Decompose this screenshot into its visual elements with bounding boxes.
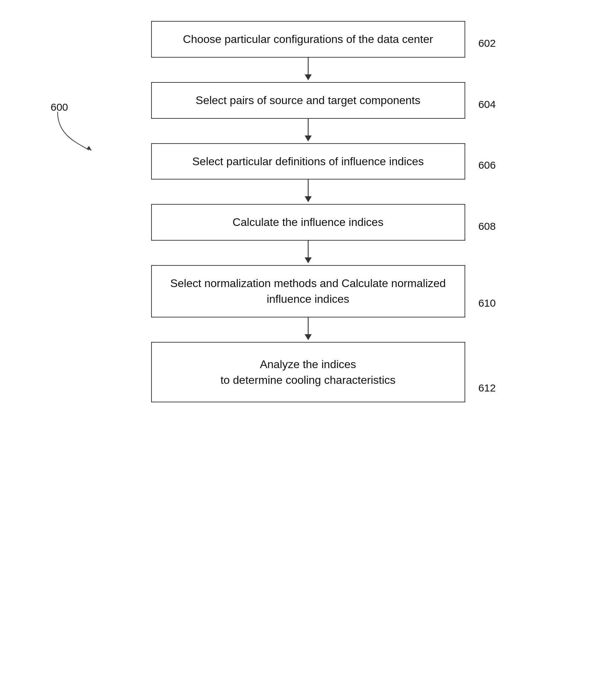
arrow-5 — [151, 317, 465, 342]
label-610: 610 — [478, 296, 496, 310]
label-606: 606 — [478, 158, 496, 173]
box-612-wrapper: Analyze the indices to determine cooling… — [151, 342, 465, 403]
label-604: 604 — [478, 97, 496, 112]
arrow-3 — [151, 180, 465, 204]
box-604-text: Select pairs of source and target compon… — [196, 94, 421, 107]
box-612: Analyze the indices to determine cooling… — [151, 342, 465, 403]
box-602-text: Choose particular configurations of the … — [183, 33, 433, 45]
box-610-wrapper: Select normalization methods and Calcula… — [151, 265, 465, 317]
svg-marker-0 — [87, 146, 92, 151]
box-606-wrapper: Select particular definitions of influen… — [151, 143, 465, 180]
box-608-wrapper: Calculate the influence indices 608 — [151, 204, 465, 241]
arrow-1 — [151, 58, 465, 82]
box-612-text: Analyze the indices to determine cooling… — [221, 358, 396, 386]
diagram-container: 600 Choose particular configurations of … — [0, 0, 616, 695]
svg-marker-4 — [305, 136, 312, 141]
box-602-wrapper: Choose particular configurations of the … — [151, 21, 465, 58]
label-612: 612 — [478, 381, 496, 395]
box-606-text: Select particular definitions of influen… — [192, 155, 424, 168]
box-606: Select particular definitions of influen… — [151, 143, 465, 180]
curved-arrow-600 — [54, 108, 96, 154]
box-608-text: Calculate the influence indices — [232, 216, 383, 228]
box-604-wrapper: Select pairs of source and target compon… — [151, 82, 465, 119]
box-610-text: Select normalization methods and Calcula… — [170, 277, 446, 305]
svg-marker-6 — [305, 196, 312, 202]
svg-marker-8 — [305, 257, 312, 263]
arrow-4 — [151, 241, 465, 265]
box-608: Calculate the influence indices 608 — [151, 204, 465, 241]
box-602: Choose particular configurations of the … — [151, 21, 465, 58]
box-604: Select pairs of source and target compon… — [151, 82, 465, 119]
svg-marker-10 — [305, 334, 312, 340]
label-602: 602 — [478, 36, 496, 51]
arrow-2 — [151, 119, 465, 143]
box-610: Select normalization methods and Calcula… — [151, 265, 465, 317]
label-608: 608 — [478, 219, 496, 234]
flowchart: Choose particular configurations of the … — [151, 21, 465, 402]
svg-marker-2 — [305, 74, 312, 80]
